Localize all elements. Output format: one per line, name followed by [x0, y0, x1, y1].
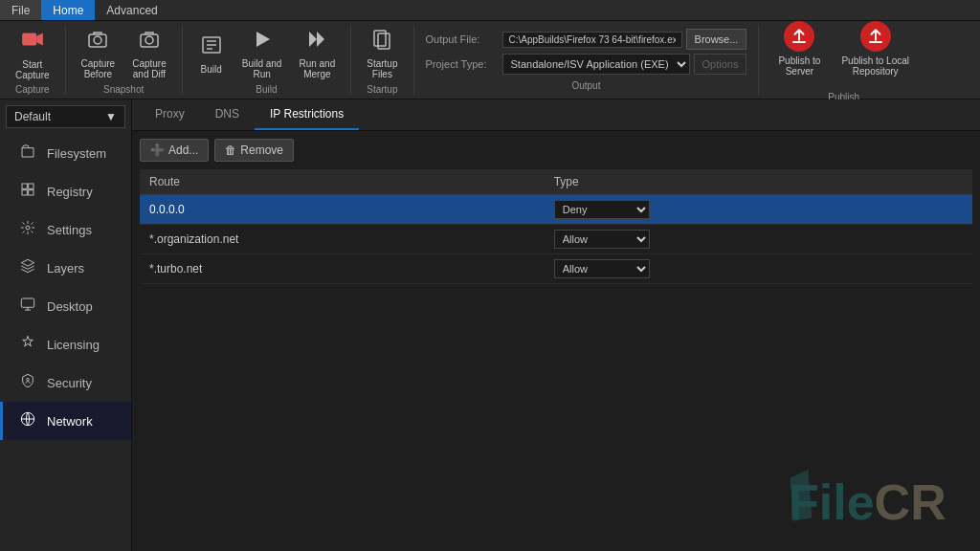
capture-before-button[interactable]: CaptureBefore: [74, 27, 123, 80]
filesystem-label: Filesystem: [47, 146, 106, 161]
build-run-button[interactable]: Build andRun: [234, 27, 290, 80]
run-merge-button[interactable]: Run andMerge: [291, 27, 343, 80]
sidebar-dropdown-value: Default: [14, 110, 51, 123]
table-row[interactable]: 0.0.0.0DenyAllow: [140, 195, 972, 225]
svg-rect-18: [29, 190, 33, 195]
project-type-select[interactable]: Standalone/ISV Application (EXE): [502, 54, 690, 75]
registry-label: Registry: [47, 185, 93, 199]
table-body: 0.0.0.0DenyAllow*.organization.netDenyAl…: [140, 195, 972, 284]
startup-files-label: StartupFiles: [367, 58, 397, 79]
camera-before-icon: [86, 28, 109, 56]
add-label: Add...: [168, 143, 198, 157]
video-camera-icon: [20, 27, 45, 57]
capture-group-label: Capture: [15, 80, 50, 95]
network-icon: [18, 411, 37, 430]
output-file-input[interactable]: [502, 32, 682, 48]
svg-rect-16: [29, 184, 33, 188]
sidebar: Default ▼ Filesystem Registry: [0, 99, 132, 551]
ribbon-group-build: Build Build andRun Run andMerge: [183, 25, 352, 95]
sidebar-item-settings[interactable]: Settings: [0, 210, 131, 249]
capture-buttons: StartCapture: [8, 27, 57, 80]
menu-home[interactable]: Home: [41, 0, 95, 20]
publish-server-button[interactable]: Publish toServer: [770, 17, 828, 80]
capture-before-label: CaptureBefore: [81, 58, 116, 79]
security-icon: [18, 373, 37, 392]
svg-point-21: [27, 378, 30, 381]
registry-icon: [18, 182, 37, 201]
ribbon-publish-group: Publish toServer Publish to LocalReposit…: [759, 25, 928, 95]
build-icon: [200, 33, 223, 62]
project-type-label: Project Type:: [426, 58, 502, 70]
capture-diff-button[interactable]: Captureand Diff: [124, 27, 174, 80]
options-button[interactable]: Options: [694, 54, 747, 75]
build-label: Build: [201, 64, 222, 75]
type-select[interactable]: DenyAllow: [554, 200, 650, 219]
startup-buttons: StartupFiles: [359, 27, 405, 80]
menu-file[interactable]: File: [0, 0, 41, 20]
browse-button[interactable]: Browse...: [686, 29, 747, 50]
tab-ip-restrictions[interactable]: IP Restrictions: [255, 99, 359, 130]
capture-diff-label: Captureand Diff: [132, 58, 167, 79]
type-cell: DenyAllow: [545, 254, 972, 284]
remove-label: Remove: [240, 143, 283, 157]
publish-local-icon: [860, 21, 891, 52]
build-group-label: Build: [256, 80, 277, 95]
snapshot-group-label: Snapshot: [103, 80, 144, 95]
trash-icon: 🗑: [225, 143, 236, 157]
type-cell: DenyAllow: [545, 225, 972, 254]
sidebar-item-layers[interactable]: Layers: [0, 249, 131, 287]
type-cell: DenyAllow: [545, 195, 972, 225]
sidebar-item-security[interactable]: Security: [0, 364, 131, 402]
menu-advanced[interactable]: Advanced: [95, 0, 168, 20]
add-icon: ➕: [150, 143, 165, 157]
build-button[interactable]: Build: [190, 27, 233, 80]
security-label: Security: [47, 376, 92, 390]
table-row[interactable]: *.turbo.netDenyAllow: [140, 254, 972, 284]
tab-proxy[interactable]: Proxy: [140, 99, 200, 130]
network-label: Network: [47, 414, 93, 429]
publish-local-label: Publish to LocalRepository: [841, 55, 909, 77]
sidebar-dropdown[interactable]: Default ▼: [6, 105, 125, 128]
content-area: Proxy DNS IP Restrictions ➕ Add... 🗑 Rem…: [132, 99, 980, 551]
build-run-icon: [251, 28, 274, 56]
remove-button[interactable]: 🗑 Remove: [214, 139, 294, 162]
svg-rect-15: [22, 184, 27, 188]
publish-local-button[interactable]: Publish to LocalRepository: [834, 17, 917, 80]
type-select[interactable]: DenyAllow: [554, 259, 650, 278]
start-capture-button[interactable]: StartCapture: [8, 27, 57, 80]
table-row[interactable]: *.organization.netDenyAllow: [140, 225, 972, 254]
publish-server-icon: [784, 21, 814, 52]
sidebar-item-registry[interactable]: Registry: [0, 172, 131, 210]
svg-marker-10: [256, 32, 270, 47]
type-column-header: Type: [545, 169, 972, 195]
output-file-label: Output File:: [426, 33, 502, 45]
table-toolbar: ➕ Add... 🗑 Remove: [132, 131, 980, 169]
camera-diff-icon: [138, 28, 161, 56]
layers-icon: [18, 258, 37, 277]
publish-server-label: Publish toServer: [778, 55, 820, 77]
ribbon-group-snapshot: CaptureBefore Captureand Diff Snapshot: [66, 25, 183, 95]
svg-marker-1: [36, 33, 43, 46]
startup-files-button[interactable]: StartupFiles: [359, 27, 405, 80]
run-merge-label: Run andMerge: [299, 58, 335, 79]
ribbon-group-capture: StartCapture Capture: [0, 25, 66, 95]
settings-icon: [18, 220, 37, 239]
sidebar-item-network[interactable]: Network: [0, 402, 131, 440]
svg-marker-11: [309, 32, 317, 47]
sidebar-item-licensing[interactable]: Licensing: [0, 325, 131, 364]
licensing-icon: [18, 335, 37, 354]
ribbon-output-group: Output File: Browse... Project Type: Sta…: [414, 25, 760, 95]
tab-dns[interactable]: DNS: [200, 99, 255, 130]
startup-group-label: Startup: [367, 80, 397, 95]
add-button[interactable]: ➕ Add...: [140, 139, 209, 162]
filesystem-icon: [18, 143, 37, 163]
type-select[interactable]: DenyAllow: [554, 230, 650, 249]
sidebar-item-desktop[interactable]: Desktop: [0, 287, 131, 325]
svg-marker-12: [317, 32, 324, 47]
svg-point-5: [145, 36, 153, 44]
route-column-header: Route: [140, 169, 545, 195]
sidebar-item-filesystem[interactable]: Filesystem: [0, 134, 131, 172]
route-cell: 0.0.0.0: [140, 195, 545, 225]
layers-label: Layers: [47, 261, 84, 276]
svg-rect-17: [22, 190, 27, 195]
